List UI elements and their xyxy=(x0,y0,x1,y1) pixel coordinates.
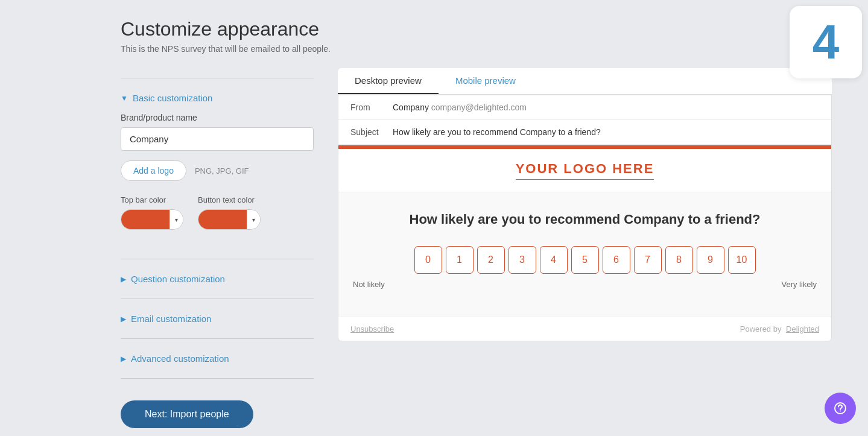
page-title: Customize appearance xyxy=(121,18,832,40)
powered-by: Powered by Delighted xyxy=(740,324,819,333)
nps-btn-5[interactable]: 5 xyxy=(571,246,599,274)
email-subject-field: Subject How likely are you to recommend … xyxy=(338,120,831,145)
add-logo-button[interactable]: Add a logo xyxy=(121,160,186,181)
question-customization-section[interactable]: ▶ Question customization xyxy=(121,269,314,289)
email-customization-section[interactable]: ▶ Email customization xyxy=(121,309,314,329)
subject-value: How likely are you to recommend Company … xyxy=(393,127,601,137)
step-number: 4 xyxy=(813,18,840,66)
top-bar-color-field: Top bar color ▾ xyxy=(121,195,183,230)
nps-btn-1[interactable]: 1 xyxy=(446,246,474,274)
top-bar-color-arrow: ▾ xyxy=(169,210,183,229)
advanced-customization-label: Advanced customization xyxy=(131,353,229,364)
logo-hint: PNG, JPG, GIF xyxy=(195,166,249,175)
next-button[interactable]: Next: Import people xyxy=(121,400,253,428)
nps-btn-6[interactable]: 6 xyxy=(603,246,630,274)
from-company: Company xyxy=(393,103,429,112)
nps-btn-4[interactable]: 4 xyxy=(540,246,568,274)
basic-customization-content: Brand/product name Add a logo PNG, JPG, … xyxy=(121,108,314,249)
top-bar-color-swatch xyxy=(121,210,169,229)
top-divider xyxy=(121,78,314,78)
basic-customization-label: Basic customization xyxy=(133,93,213,103)
preview-tabs: Desktop preview Mobile preview xyxy=(338,68,832,95)
button-text-color-label: Button text color xyxy=(198,195,261,204)
tab-mobile[interactable]: Mobile preview xyxy=(439,68,533,94)
logo-section: YOUR LOGO HERE xyxy=(338,149,831,192)
button-text-color-field: Button text color ▾ xyxy=(198,195,261,230)
advanced-customization-arrow: ▶ xyxy=(121,355,126,363)
question-customization-label: Question customization xyxy=(131,274,225,284)
nps-btn-0[interactable]: 0 xyxy=(414,246,442,274)
logo-placeholder: YOUR LOGO HERE xyxy=(516,161,654,180)
step-badge: 4 xyxy=(790,6,862,78)
email-body: YOUR LOGO HERE How likely are you to rec… xyxy=(338,145,831,341)
from-email: company@delighted.com xyxy=(431,103,527,112)
button-text-color-swatch xyxy=(198,210,247,229)
basic-customization-arrow: ▼ xyxy=(121,94,128,103)
advanced-customization-section[interactable]: ▶ Advanced customization xyxy=(121,349,314,368)
brand-product-input[interactable] xyxy=(121,127,314,151)
nps-btn-7[interactable]: 7 xyxy=(634,246,662,274)
right-panel: Desktop preview Mobile preview From Comp… xyxy=(338,68,832,341)
divider-3 xyxy=(121,338,314,339)
button-text-color-arrow: ▾ xyxy=(247,210,260,229)
content-layout: ▼ Basic customization Brand/product name… xyxy=(121,68,832,428)
subject-label: Subject xyxy=(350,127,393,137)
from-value: Company company@delighted.com xyxy=(393,103,527,112)
powered-by-text: Powered by xyxy=(740,324,782,333)
divider-1 xyxy=(121,259,314,259)
button-text-color-picker[interactable]: ▾ xyxy=(198,209,261,230)
nps-question: How likely are you to recommend Company … xyxy=(350,210,819,229)
nps-section: How likely are you to recommend Company … xyxy=(338,192,831,317)
divider-4 xyxy=(121,378,314,379)
help-button[interactable] xyxy=(825,393,856,424)
question-customization-arrow: ▶ xyxy=(121,275,126,283)
tab-desktop[interactable]: Desktop preview xyxy=(338,68,439,94)
page-subtitle: This is the NPS survey that will be emai… xyxy=(121,44,832,54)
basic-customization-section[interactable]: ▼ Basic customization xyxy=(121,88,314,108)
email-customization-label: Email customization xyxy=(131,314,211,324)
main-content: Customize appearance This is the NPS sur… xyxy=(0,0,868,436)
email-header: From Company company@delighted.com Subje… xyxy=(338,95,831,145)
nps-scale: 012345678910 xyxy=(350,246,819,274)
nps-btn-10[interactable]: 10 xyxy=(728,246,756,274)
divider-2 xyxy=(121,299,314,299)
nps-btn-3[interactable]: 3 xyxy=(508,246,536,274)
top-bar-color-label: Top bar color xyxy=(121,195,183,204)
email-from-field: From Company company@delighted.com xyxy=(338,95,831,120)
svg-point-1 xyxy=(840,411,841,412)
not-likely-label: Not likely xyxy=(353,280,385,289)
logo-row: Add a logo PNG, JPG, GIF xyxy=(121,160,314,181)
email-customization-arrow: ▶ xyxy=(121,315,126,323)
email-preview: From Company company@delighted.com Subje… xyxy=(338,95,832,341)
very-likely-label: Very likely xyxy=(781,280,817,289)
help-icon xyxy=(834,402,847,415)
delighted-link[interactable]: Delighted xyxy=(786,324,819,333)
nps-btn-9[interactable]: 9 xyxy=(697,246,724,274)
from-label: From xyxy=(350,103,393,112)
left-panel: ▼ Basic customization Brand/product name… xyxy=(121,68,314,428)
nps-btn-8[interactable]: 8 xyxy=(665,246,693,274)
nps-labels: Not likely Very likely xyxy=(350,280,819,289)
color-row: Top bar color ▾ Button text color ▾ xyxy=(121,195,314,230)
brand-product-label: Brand/product name xyxy=(121,113,314,122)
unsubscribe-link[interactable]: Unsubscribe xyxy=(350,324,394,333)
email-footer: Unsubscribe Powered by Delighted xyxy=(338,317,831,341)
nps-btn-2[interactable]: 2 xyxy=(477,246,505,274)
top-bar-color-picker[interactable]: ▾ xyxy=(121,209,183,230)
